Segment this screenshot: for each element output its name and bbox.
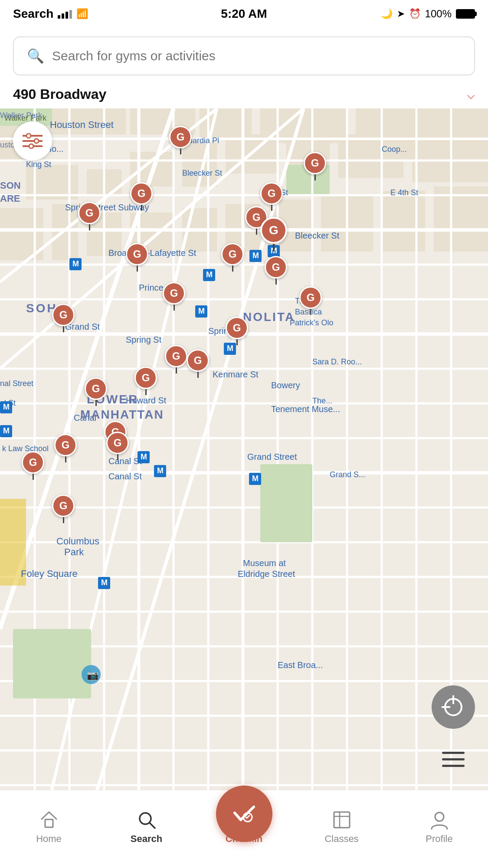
wifi-icon: 📶 — [76, 8, 88, 20]
gym-pin[interactable]: G — [187, 349, 209, 378]
checkin-fab-button[interactable] — [216, 786, 272, 842]
gym-pin[interactable]: G — [78, 202, 101, 230]
gym-pin[interactable]: G — [106, 432, 129, 460]
svg-text:E 4th St: E 4th St — [390, 188, 418, 197]
svg-point-148 — [29, 144, 33, 148]
svg-text:Grand S...: Grand S... — [330, 470, 365, 479]
svg-text:Patrick's Olo: Patrick's Olo — [290, 318, 333, 327]
svg-text:Bowery: Bowery — [271, 380, 300, 390]
svg-text:nal Street: nal Street — [0, 379, 33, 388]
svg-text:Museum at: Museum at — [243, 558, 286, 568]
gym-pin[interactable]: G — [130, 182, 153, 211]
crosshair-icon — [444, 698, 462, 716]
svg-text:ARE: ARE — [0, 193, 20, 204]
svg-text:M: M — [101, 578, 108, 587]
svg-rect-67 — [260, 464, 312, 542]
map-svg: Walker Park — [0, 108, 488, 824]
map-container[interactable]: Walker Park — [0, 108, 488, 824]
gym-pin[interactable]: G — [52, 304, 75, 332]
status-left: Search 📶 — [13, 7, 88, 21]
svg-text:The...: The... — [312, 396, 332, 405]
pin-icon: G — [126, 243, 148, 265]
pin-icon: G — [85, 377, 107, 400]
pin-icon: G — [130, 182, 153, 205]
svg-text:Houston Street: Houston Street — [50, 119, 114, 130]
svg-text:East Broa...: East Broa... — [278, 660, 323, 670]
svg-point-144 — [26, 134, 31, 138]
svg-rect-149 — [45, 819, 53, 827]
svg-text:Sara D. Roo...: Sara D. Roo... — [312, 357, 362, 366]
gym-pin[interactable]: G — [221, 243, 244, 272]
profile-icon — [429, 810, 449, 830]
gym-pin[interactable]: G — [22, 451, 44, 480]
gym-pin[interactable]: G — [169, 126, 192, 154]
search-icon: 🔍 — [27, 48, 44, 64]
pin-icon: G — [165, 345, 187, 367]
battery-percent: 100% — [425, 8, 452, 20]
gym-pin-selected[interactable]: G — [260, 217, 287, 252]
moon-icon: 🌙 — [381, 8, 393, 20]
gym-pin[interactable]: G — [265, 256, 287, 285]
pin-icon: G — [299, 286, 322, 309]
pin-icon: G — [260, 182, 283, 205]
svg-rect-152 — [334, 812, 350, 828]
chevron-down-icon[interactable]: ⌵ — [467, 86, 475, 102]
nav-item-classes[interactable]: Classes — [293, 810, 390, 849]
svg-text:M: M — [206, 270, 213, 279]
svg-text:King St: King St — [26, 160, 51, 169]
svg-text:Coop...: Coop... — [382, 145, 407, 154]
pin-icon: G — [106, 432, 129, 454]
svg-text:SON: SON — [0, 180, 21, 191]
svg-text:Tenement Muse...: Tenement Muse... — [271, 404, 340, 414]
gym-pin[interactable]: G — [299, 286, 322, 315]
home-icon — [39, 810, 59, 830]
alarm-icon: ⏰ — [409, 8, 421, 20]
nav-item-home[interactable]: Home — [0, 810, 98, 849]
nav-item-search[interactable]: Search — [98, 810, 195, 849]
svg-text:Bleecker St: Bleecker St — [182, 169, 222, 177]
gym-pin[interactable]: G — [163, 282, 185, 311]
app-name: Search — [13, 7, 53, 21]
gym-pin[interactable]: G — [52, 495, 75, 523]
svg-text:Park: Park — [64, 547, 84, 557]
pin-icon: G — [221, 243, 244, 265]
search-bar[interactable]: 🔍 — [13, 36, 475, 75]
status-bar: Search 📶 5:20 AM 🌙 ➤ ⏰ 100% — [0, 0, 488, 28]
classes-icon — [332, 810, 352, 830]
pin-icon: G — [134, 367, 157, 389]
gym-pin[interactable]: G — [126, 243, 148, 272]
svg-text:Eldridge Street: Eldridge Street — [238, 569, 295, 579]
pin-icon: G — [78, 202, 101, 224]
pin-icon: G — [169, 126, 192, 148]
filter-button[interactable] — [13, 121, 52, 160]
home-label: Home — [36, 833, 62, 845]
svg-text:Walker Park: Walker Park — [0, 111, 43, 120]
svg-rect-68 — [13, 629, 91, 698]
gym-pin[interactable]: G — [304, 152, 326, 180]
svg-rect-18 — [52, 204, 78, 260]
gym-pin[interactable]: G — [85, 377, 107, 406]
filter-icon — [23, 133, 43, 149]
gym-pin[interactable]: G — [226, 317, 248, 345]
time-display: 5:20 AM — [221, 7, 267, 21]
battery-icon — [456, 9, 475, 19]
gym-pin[interactable]: G — [134, 367, 157, 395]
svg-text:M: M — [157, 466, 164, 475]
my-location-button[interactable] — [432, 685, 475, 729]
svg-text:Columbus: Columbus — [56, 536, 99, 547]
svg-text:usto: usto — [0, 141, 15, 149]
svg-text:Spring St: Spring St — [126, 335, 162, 344]
svg-text:M: M — [3, 426, 10, 435]
nav-item-profile[interactable]: Profile — [390, 810, 488, 849]
gym-pin[interactable]: G — [165, 345, 187, 373]
location-bar[interactable]: 490 Broadway ⌵ — [0, 80, 488, 108]
gym-pin[interactable]: G — [54, 434, 77, 462]
search-bar-container: 🔍 — [0, 28, 488, 80]
pin-icon: G — [163, 282, 185, 305]
profile-label: Profile — [426, 833, 452, 845]
menu-button[interactable] — [432, 737, 475, 781]
checkin-checkmark-icon — [231, 801, 257, 827]
search-input[interactable] — [52, 49, 461, 63]
svg-point-155 — [435, 812, 444, 821]
location-address: 490 Broadway — [13, 86, 106, 102]
